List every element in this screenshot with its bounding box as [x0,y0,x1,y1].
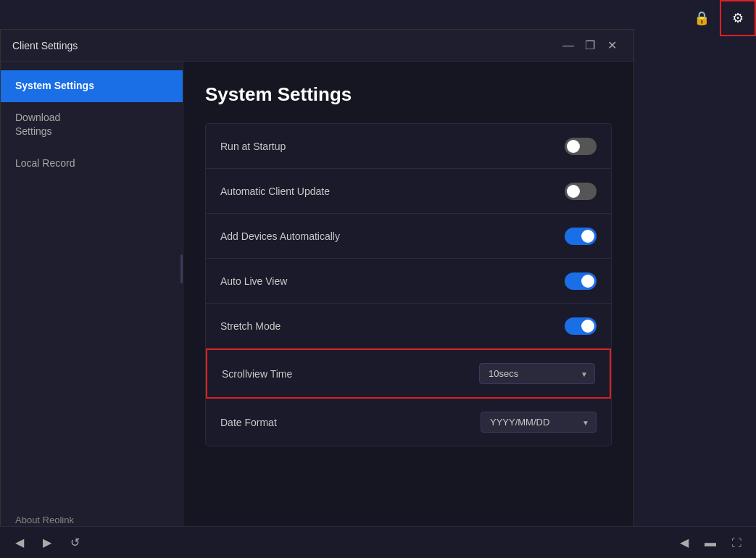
close-dialog-button[interactable]: ✕ [602,36,622,56]
bottom-nav-right: ◀ ▬ ⛶ [673,532,747,554]
refresh-icon: ↺ [70,536,80,549]
back-button[interactable]: ◀ [9,532,30,554]
forward-button[interactable]: ▶ [36,532,58,554]
setting-label-run-at-startup: Run at Startup [220,141,286,152]
volume-button[interactable]: ◀ [673,532,695,554]
setting-row-date-format: Date Format YYYY/MM/DD MM/DD/YYYY DD/MM/… [206,399,611,446]
scrollview-time-select-wrapper: 5secs 10secs 15secs 20secs 30secs [479,363,595,384]
volume-icon: ◀ [680,536,689,549]
bottom-nav-left: ◀ ▶ ↺ [9,532,86,554]
setting-label-automatic-client-update: Automatic Client Update [220,186,330,197]
back-icon: ◀ [15,536,24,549]
toggle-auto-live-view[interactable] [565,272,597,290]
toggle-track-stretch-mode [565,317,597,335]
toggle-thumb-auto-live-view [581,275,594,288]
toggle-track-auto-live-view [565,272,597,290]
gear-button[interactable]: ⚙ [720,0,756,36]
lock-icon: 🔒 [694,10,710,26]
setting-row-stretch-mode: Stretch Mode [206,304,611,349]
toggle-track-automatic-client-update [565,183,597,200]
date-format-select[interactable]: YYYY/MM/DD MM/DD/YYYY DD/MM/YYYY [481,412,597,433]
setting-row-automatic-client-update: Automatic Client Update [206,169,611,214]
sidebar-item-download-settings[interactable]: DownloadSettings [1,102,183,148]
toggle-thumb-stretch-mode [581,320,594,333]
setting-label-scrollview-time: Scrollview Time [222,368,292,380]
fullscreen-icon: ⛶ [731,537,742,549]
sidebar-item-local-record[interactable]: Local Record [1,148,183,180]
sidebar: System Settings DownloadSettings Local R… [1,62,183,543]
setting-label-stretch-mode: Stretch Mode [220,320,281,332]
toggle-run-at-startup[interactable] [565,138,597,155]
sidebar-resize-handle [180,254,183,283]
refresh-button[interactable]: ↺ [64,532,86,554]
setting-label-date-format: Date Format [220,417,277,428]
app-background: 🔒 ⚙ Client Settings — ❐ ✕ [0,0,756,558]
settings-list: Run at Startup Automatic Client Update [205,123,612,446]
date-format-select-wrapper: YYYY/MM/DD MM/DD/YYYY DD/MM/YYYY [481,412,597,433]
toggle-track-run-at-startup [565,138,597,155]
minimize-icon: — [562,39,574,52]
toggle-stretch-mode[interactable] [565,317,597,335]
restore-window-button[interactable]: ❐ [580,36,600,56]
layout-button[interactable]: ▬ [699,532,721,554]
toggle-thumb-run-at-startup [567,140,580,153]
toggle-track-add-devices-automatically [565,228,597,245]
bottom-bar: ◀ ▶ ↺ ◀ ▬ ⛶ [0,526,756,558]
dialog-titlebar: Client Settings — ❐ ✕ [1,30,634,62]
setting-row-scrollview-time: Scrollview Time 5secs 10secs 15secs 20se… [206,349,611,399]
toggle-thumb-add-devices-automatically [581,230,594,243]
page-title: System Settings [205,83,612,106]
toggle-add-devices-automatically[interactable] [565,228,597,245]
toggle-thumb-automatic-client-update [567,185,580,198]
restore-icon: ❐ [585,38,595,52]
close-icon: ✕ [607,38,617,52]
dialog-title: Client Settings [12,40,78,51]
fullscreen-button[interactable]: ⛶ [726,532,747,554]
setting-label-auto-live-view: Auto Live View [220,275,287,287]
lock-button[interactable]: 🔒 [684,0,720,36]
layout-icon: ▬ [705,536,716,549]
sidebar-item-system-settings[interactable]: System Settings [1,70,183,102]
dialog-body: System Settings DownloadSettings Local R… [1,62,634,543]
setting-label-add-devices-automatically: Add Devices Automatically [220,230,340,242]
client-settings-dialog: Client Settings — ❐ ✕ System Settings [0,29,634,544]
gear-icon: ⚙ [732,10,744,26]
main-content: System Settings Run at Startup Autom [183,62,634,543]
top-right-toolbar: 🔒 ⚙ [684,0,756,36]
setting-row-add-devices-automatically: Add Devices Automatically [206,214,611,259]
scrollview-time-select[interactable]: 5secs 10secs 15secs 20secs 30secs [479,363,595,384]
setting-row-run-at-startup: Run at Startup [206,124,611,169]
setting-row-auto-live-view: Auto Live View [206,259,611,304]
toggle-automatic-client-update[interactable] [565,183,597,200]
minimize-window-button[interactable]: — [558,36,578,56]
forward-icon: ▶ [43,536,51,549]
